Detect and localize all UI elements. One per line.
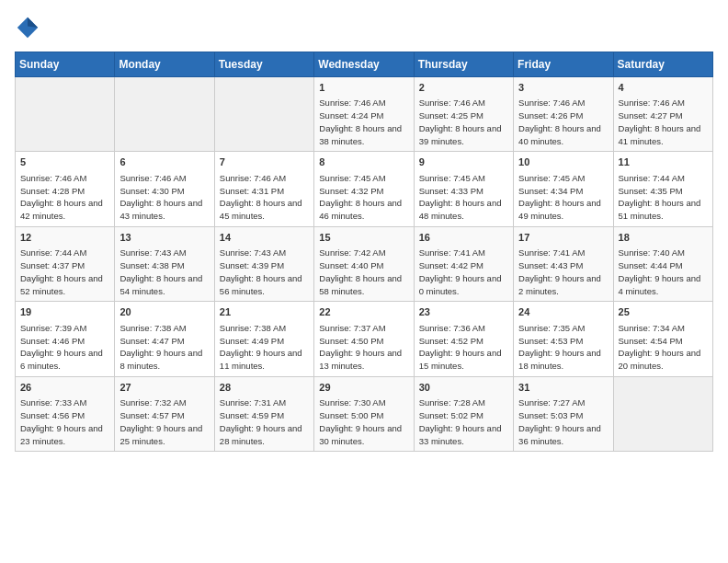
calendar-cell: 5Sunrise: 7:46 AM Sunset: 4:28 PM Daylig… [16,152,115,226]
day-number: 31 [518,381,608,395]
column-header-sunday: Sunday [16,52,115,77]
day-number: 16 [419,231,508,245]
column-header-saturday: Saturday [613,52,712,77]
day-number: 25 [619,305,708,319]
calendar-cell: 11Sunrise: 7:44 AM Sunset: 4:35 PM Dayli… [613,152,712,226]
day-number: 28 [220,381,309,395]
day-number: 17 [518,231,608,245]
calendar-cell: 25Sunrise: 7:34 AM Sunset: 4:54 PM Dayli… [613,302,712,376]
calendar-week-row: 1Sunrise: 7:46 AM Sunset: 4:24 PM Daylig… [16,77,713,152]
calendar-cell: 22Sunrise: 7:37 AM Sunset: 4:50 PM Dayli… [314,302,414,376]
column-header-tuesday: Tuesday [214,52,313,77]
day-content: Sunrise: 7:46 AM Sunset: 4:26 PM Dayligh… [518,97,608,147]
day-number: 26 [20,381,109,395]
svg-marker-1 [28,17,38,28]
day-content: Sunrise: 7:46 AM Sunset: 4:31 PM Dayligh… [220,172,309,223]
calendar-week-row: 12Sunrise: 7:44 AM Sunset: 4:37 PM Dayli… [16,226,713,301]
day-number: 19 [20,305,109,319]
day-content: Sunrise: 7:46 AM Sunset: 4:30 PM Dayligh… [119,172,209,223]
calendar-header-row: SundayMondayTuesdayWednesdayThursdayFrid… [16,52,713,77]
calendar-cell: 16Sunrise: 7:41 AM Sunset: 4:42 PM Dayli… [414,226,513,301]
calendar-week-row: 26Sunrise: 7:33 AM Sunset: 4:56 PM Dayli… [16,376,713,451]
day-number: 21 [220,305,309,319]
day-number: 29 [319,381,408,395]
day-number: 12 [20,231,109,245]
day-content: Sunrise: 7:40 AM Sunset: 4:44 PM Dayligh… [619,247,708,297]
calendar-cell: 23Sunrise: 7:36 AM Sunset: 4:52 PM Dayli… [414,302,513,376]
calendar-cell: 4Sunrise: 7:46 AM Sunset: 4:27 PM Daylig… [613,77,712,152]
column-header-wednesday: Wednesday [314,52,414,77]
day-content: Sunrise: 7:41 AM Sunset: 4:43 PM Dayligh… [518,247,608,297]
day-content: Sunrise: 7:45 AM Sunset: 4:34 PM Dayligh… [518,172,608,223]
day-number: 18 [619,231,708,245]
day-number: 20 [119,305,209,319]
day-content: Sunrise: 7:33 AM Sunset: 4:56 PM Dayligh… [20,396,109,447]
day-content: Sunrise: 7:43 AM Sunset: 4:39 PM Dayligh… [220,247,309,297]
calendar-cell: 19Sunrise: 7:39 AM Sunset: 4:46 PM Dayli… [16,302,115,376]
day-content: Sunrise: 7:28 AM Sunset: 5:02 PM Dayligh… [419,396,508,447]
calendar-cell: 13Sunrise: 7:43 AM Sunset: 4:38 PM Dayli… [115,226,214,301]
column-header-thursday: Thursday [414,52,513,77]
day-content: Sunrise: 7:34 AM Sunset: 4:54 PM Dayligh… [619,322,708,373]
calendar-cell: 3Sunrise: 7:46 AM Sunset: 4:26 PM Daylig… [514,77,613,152]
day-content: Sunrise: 7:38 AM Sunset: 4:49 PM Dayligh… [220,322,309,373]
logo-icon [15,15,40,40]
day-number: 7 [220,155,309,169]
calendar-cell: 8Sunrise: 7:45 AM Sunset: 4:32 PM Daylig… [314,152,414,226]
calendar-cell: 18Sunrise: 7:40 AM Sunset: 4:44 PM Dayli… [613,226,712,301]
day-content: Sunrise: 7:44 AM Sunset: 4:37 PM Dayligh… [20,247,109,297]
calendar-cell: 27Sunrise: 7:32 AM Sunset: 4:57 PM Dayli… [115,376,214,451]
calendar-cell: 12Sunrise: 7:44 AM Sunset: 4:37 PM Dayli… [16,226,115,301]
day-number: 22 [319,305,408,319]
day-content: Sunrise: 7:45 AM Sunset: 4:33 PM Dayligh… [419,172,508,223]
calendar-cell: 2Sunrise: 7:46 AM Sunset: 4:25 PM Daylig… [414,77,513,152]
calendar-cell: 7Sunrise: 7:46 AM Sunset: 4:31 PM Daylig… [214,152,313,226]
calendar-week-row: 5Sunrise: 7:46 AM Sunset: 4:28 PM Daylig… [16,152,713,226]
day-number: 1 [319,81,408,95]
calendar-cell [214,77,313,152]
page-header [15,15,713,40]
calendar-cell: 9Sunrise: 7:45 AM Sunset: 4:33 PM Daylig… [414,152,513,226]
column-header-friday: Friday [514,52,613,77]
day-content: Sunrise: 7:36 AM Sunset: 4:52 PM Dayligh… [419,322,508,373]
day-number: 8 [319,155,408,169]
day-number: 24 [518,305,608,319]
day-content: Sunrise: 7:46 AM Sunset: 4:27 PM Dayligh… [619,97,708,147]
day-content: Sunrise: 7:27 AM Sunset: 5:03 PM Dayligh… [518,396,608,447]
calendar-cell: 10Sunrise: 7:45 AM Sunset: 4:34 PM Dayli… [514,152,613,226]
day-number: 11 [619,155,708,169]
day-content: Sunrise: 7:30 AM Sunset: 5:00 PM Dayligh… [319,396,408,447]
day-content: Sunrise: 7:31 AM Sunset: 4:59 PM Dayligh… [220,396,309,447]
day-number: 4 [619,81,708,95]
calendar-cell: 24Sunrise: 7:35 AM Sunset: 4:53 PM Dayli… [514,302,613,376]
day-number: 9 [419,155,508,169]
calendar-cell: 14Sunrise: 7:43 AM Sunset: 4:39 PM Dayli… [214,226,313,301]
day-number: 3 [518,81,608,95]
day-content: Sunrise: 7:46 AM Sunset: 4:24 PM Dayligh… [319,97,408,147]
calendar-cell: 30Sunrise: 7:28 AM Sunset: 5:02 PM Dayli… [414,376,513,451]
day-content: Sunrise: 7:43 AM Sunset: 4:38 PM Dayligh… [119,247,209,297]
calendar-cell: 26Sunrise: 7:33 AM Sunset: 4:56 PM Dayli… [16,376,115,451]
day-content: Sunrise: 7:39 AM Sunset: 4:46 PM Dayligh… [20,322,109,373]
calendar-cell: 31Sunrise: 7:27 AM Sunset: 5:03 PM Dayli… [514,376,613,451]
day-number: 23 [419,305,508,319]
day-content: Sunrise: 7:45 AM Sunset: 4:32 PM Dayligh… [319,172,408,223]
calendar-cell [613,376,712,451]
day-content: Sunrise: 7:35 AM Sunset: 4:53 PM Dayligh… [518,322,608,373]
day-content: Sunrise: 7:32 AM Sunset: 4:57 PM Dayligh… [119,396,209,447]
day-number: 5 [20,155,109,169]
day-number: 30 [419,381,508,395]
day-number: 6 [119,155,209,169]
calendar-cell: 21Sunrise: 7:38 AM Sunset: 4:49 PM Dayli… [214,302,313,376]
calendar-cell: 6Sunrise: 7:46 AM Sunset: 4:30 PM Daylig… [115,152,214,226]
calendar-cell [16,77,115,152]
calendar-cell: 15Sunrise: 7:42 AM Sunset: 4:40 PM Dayli… [314,226,414,301]
calendar-cell [115,77,214,152]
day-content: Sunrise: 7:46 AM Sunset: 4:28 PM Dayligh… [20,172,109,223]
calendar-cell: 1Sunrise: 7:46 AM Sunset: 4:24 PM Daylig… [314,77,414,152]
day-number: 15 [319,231,408,245]
day-number: 2 [419,81,508,95]
column-header-monday: Monday [115,52,214,77]
calendar-cell: 28Sunrise: 7:31 AM Sunset: 4:59 PM Dayli… [214,376,313,451]
logo [15,15,44,40]
